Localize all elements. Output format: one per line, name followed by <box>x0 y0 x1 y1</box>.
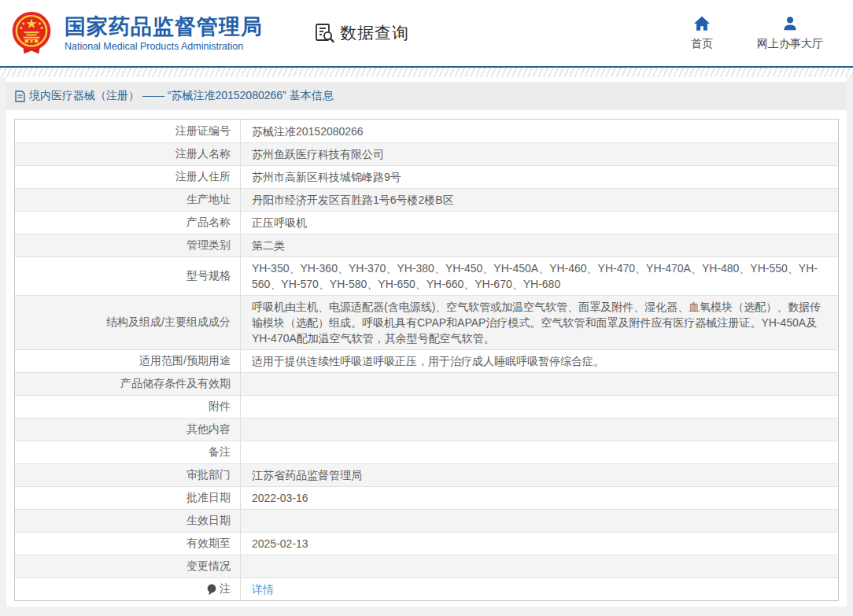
row-value: 详情 <box>241 578 838 600</box>
row-label-text: 变更情况 <box>186 559 231 574</box>
row-value-text: 苏州鱼跃医疗科技有限公司 <box>252 146 384 162</box>
site-title-block: 国家药品监督管理局 National Medical Products Admi… <box>65 15 263 52</box>
row-label: 批准日期 <box>15 487 241 509</box>
row-label-text: 审批部门 <box>186 468 231 482</box>
row-label: 生产地址 <box>15 189 241 211</box>
breadcrumb-text: 境内医疗器械（注册） —— “苏械注准20152080266” 基本信息 <box>29 89 334 103</box>
table-row: 变更情况 <box>15 555 838 577</box>
table-row: 注 详情 <box>15 577 838 600</box>
row-value: 2022-03-16 <box>241 487 838 509</box>
row-label: 管理类别 <box>15 234 241 256</box>
table-row: 审批部门 江苏省药品监督管理局 <box>15 463 838 486</box>
nav-item-service-hall[interactable]: 网上办事大厅 <box>757 15 823 51</box>
table-row: 产品储存条件及有效期 <box>15 372 838 395</box>
row-label: 备注 <box>15 441 241 463</box>
table-row: 批准日期 2022-03-16 <box>15 486 838 509</box>
row-value: 适用于提供连续性呼吸道呼吸正压，用于治疗成人睡眠呼吸暂停综合症。 <box>241 350 838 372</box>
row-value: YH-350、YH-360、YH-370、YH-380、YH-450、YH-45… <box>241 257 838 295</box>
nav-label: 网上办事大厅 <box>757 37 823 51</box>
row-label: 有效期至 <box>15 533 241 555</box>
row-value: 苏械注准20152080266 <box>241 120 838 142</box>
row-label-text: 备注 <box>209 445 231 459</box>
row-label: 注册证编号 <box>15 120 241 142</box>
row-label: 适用范围/预期用途 <box>15 350 241 372</box>
table-row: 注册人名称 苏州鱼跃医疗科技有限公司 <box>15 142 838 165</box>
site-subtitle: National Medical Products Administration <box>65 41 263 52</box>
table-row: 注册人住所 苏州市高新区科技城锦峰路9号 <box>15 165 838 188</box>
row-label: 变更情况 <box>15 555 241 577</box>
row-label: 产品名称 <box>15 212 241 234</box>
row-label: 结构及组成/主要组成成分 <box>15 296 241 349</box>
row-value: 呼吸机由主机、电源适配器(含电源线)、空气软管或加温空气软管、面罩及附件、湿化器… <box>241 296 838 349</box>
row-value-text: 丹阳市经济开发区百胜路1号6号楼2楼B区 <box>252 192 454 208</box>
row-value: 江苏省药品监督管理局 <box>241 464 838 486</box>
nav-label: 首页 <box>691 37 713 51</box>
row-value <box>241 510 838 532</box>
site-title: 国家药品监督管理局 <box>65 15 263 39</box>
row-label-text: 附件 <box>209 400 231 414</box>
row-value: 苏州市高新区科技城锦峰路9号 <box>241 166 838 188</box>
row-label: 附件 <box>15 396 241 418</box>
row-label: 注 <box>15 578 241 600</box>
table-row: 有效期至 2025-02-13 <box>15 532 838 555</box>
row-label-text: 生产地址 <box>186 193 231 207</box>
row-value <box>241 419 838 441</box>
row-label: 注册人住所 <box>15 166 241 188</box>
note-balloon-icon <box>207 584 216 596</box>
table-row: 备注 <box>15 441 838 463</box>
row-value-text: 第二类 <box>252 238 285 253</box>
row-value-text: 呼吸机由主机、电源适配器(含电源线)、空气软管或加温空气软管、面罩及附件、湿化器… <box>252 299 827 346</box>
table-row: 附件 <box>15 395 838 418</box>
row-value-text: 正压呼吸机 <box>252 215 307 231</box>
content-panel: 境内医疗器械（注册） —— “苏械注准20152080266” 基本信息 注册证… <box>6 77 847 607</box>
table-row: 型号规格 YH-350、YH-360、YH-370、YH-380、YH-450、… <box>15 256 838 295</box>
row-value <box>241 396 838 418</box>
row-label: 审批部门 <box>15 464 241 486</box>
row-label-text: 型号规格 <box>186 269 231 283</box>
row-value: 苏州鱼跃医疗科技有限公司 <box>241 143 838 165</box>
row-value-text: 2022-03-16 <box>252 490 308 506</box>
row-label-text: 注册人住所 <box>175 170 231 184</box>
row-label-text: 结构及组成/主要组成成分 <box>106 315 231 330</box>
row-value-text: 适用于提供连续性呼吸道呼吸正压，用于治疗成人睡眠呼吸暂停综合症。 <box>252 353 604 369</box>
row-label-text: 其他内容 <box>186 422 231 437</box>
row-label-text: 有效期至 <box>186 537 231 551</box>
row-label: 产品储存条件及有效期 <box>15 373 241 395</box>
header-hatch-divider <box>0 68 853 77</box>
row-value-text: YH-350、YH-360、YH-370、YH-380、YH-450、YH-45… <box>252 260 827 292</box>
home-icon <box>693 15 711 32</box>
table-row: 生产地址 丹阳市经济开发区百胜路1号6号楼2楼B区 <box>15 188 838 211</box>
row-value: 2025-02-13 <box>241 533 838 555</box>
user-icon <box>781 15 799 32</box>
row-label: 注册人名称 <box>15 143 241 165</box>
row-label: 型号规格 <box>15 257 241 295</box>
row-value-text: 2025-02-13 <box>252 536 308 551</box>
data-query-nav[interactable]: 数据查询 <box>313 22 409 44</box>
registration-info-table: 注册证编号 苏械注准20152080266 注册人名称 苏州鱼跃医疗科技有限公司… <box>14 119 839 601</box>
top-nav: 首页 网上办事大厅 <box>683 15 834 51</box>
row-label-text: 产品储存条件及有效期 <box>120 377 231 391</box>
breadcrumb: 境内医疗器械（注册） —— “苏械注准20152080266” 基本信息 <box>6 82 847 110</box>
row-label-text: 适用范围/预期用途 <box>139 354 231 368</box>
row-label-text: 产品名称 <box>186 216 231 230</box>
detail-link[interactable]: 详情 <box>252 581 274 597</box>
table-row: 其他内容 <box>15 418 838 441</box>
row-value: 正压呼吸机 <box>241 212 838 234</box>
row-value: 丹阳市经济开发区百胜路1号6号楼2楼B区 <box>241 189 838 211</box>
row-value <box>241 373 838 395</box>
table-row: 结构及组成/主要组成成分 呼吸机由主机、电源适配器(含电源线)、空气软管或加温空… <box>15 295 838 349</box>
nav-item-home[interactable]: 首页 <box>683 15 721 51</box>
table-row: 生效日期 <box>15 509 838 532</box>
national-emblem-logo <box>9 11 54 57</box>
data-query-label: 数据查询 <box>340 22 409 44</box>
table-row: 产品名称 正压呼吸机 <box>15 211 838 234</box>
row-label-text: 注册证编号 <box>175 124 231 138</box>
document-icon <box>15 90 25 102</box>
table-row: 管理类别 第二类 <box>15 234 838 256</box>
row-value <box>241 555 838 577</box>
row-label: 生效日期 <box>15 510 241 532</box>
table-row: 适用范围/预期用途 适用于提供连续性呼吸道呼吸正压，用于治疗成人睡眠呼吸暂停综合… <box>15 349 838 372</box>
row-label-text: 生效日期 <box>186 514 231 528</box>
row-label-text: 管理类别 <box>186 238 231 253</box>
row-value-text: 苏械注准20152080266 <box>252 124 364 139</box>
